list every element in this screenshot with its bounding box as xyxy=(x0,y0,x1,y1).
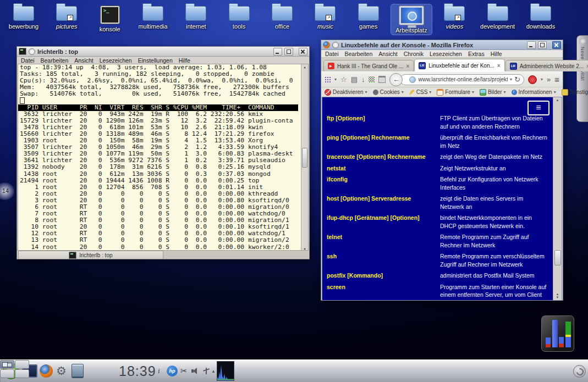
hamburger-menu-icon[interactable]: ≡ xyxy=(554,75,559,84)
maximize-button[interactable] xyxy=(538,41,547,49)
devbar-item[interactable]: CSS ▾ xyxy=(409,89,432,95)
adblock-icon[interactable] xyxy=(528,75,537,84)
virtual-desktop-cell[interactable] xyxy=(15,369,29,378)
menu-item[interactable]: Chronik xyxy=(404,51,424,57)
desktop-icon[interactable]: ↗ development xyxy=(477,4,518,35)
scrollbar-thumb[interactable] xyxy=(302,148,307,168)
command-name[interactable]: telnet xyxy=(327,233,440,249)
scroll-up-icon[interactable]: ▲ xyxy=(304,65,306,69)
overflow-icon[interactable]: » xyxy=(547,76,551,83)
desktop-icon[interactable]: ↗ internet xyxy=(175,4,216,35)
command-name[interactable]: traceroute [Optionen] Rechnername xyxy=(327,153,440,161)
devbar-item[interactable]: Deaktivieren ▾ xyxy=(325,89,367,96)
command-name[interactable]: ping [Optionen] Rechnername xyxy=(327,134,440,150)
command-name[interactable]: ifup-dhcp [Gerätname] [Optionen] xyxy=(327,214,440,230)
system-monitor-graph[interactable] xyxy=(217,361,234,381)
clipboard-icon[interactable]: ▤ xyxy=(351,76,358,83)
page-scrollbar[interactable]: ▲ ▲ ▼ xyxy=(553,97,562,300)
desktop-icon[interactable]: ↗ office xyxy=(262,4,303,35)
minimize-button[interactable] xyxy=(527,41,536,49)
menu-item[interactable]: Einstellungen xyxy=(138,57,173,64)
menu-item[interactable]: Bearbeiten xyxy=(345,51,373,57)
info-icon[interactable]: i xyxy=(158,360,160,382)
clock[interactable]: 18:39 xyxy=(119,360,156,382)
terminal-scrollbar[interactable]: ▲ ▼ xyxy=(301,64,308,251)
menu-item[interactable]: Ansicht xyxy=(74,57,93,64)
apps-grid-icon[interactable] xyxy=(325,76,331,82)
chevron-down-icon[interactable]: ▾ xyxy=(541,77,543,82)
activity-panel-handle[interactable]: Neue Aktivität xyxy=(576,35,588,122)
page-menu-button[interactable]: ≡ xyxy=(527,101,549,115)
tray-expand-icon[interactable]: ▲ xyxy=(211,360,216,382)
menu-item[interactable]: Bearbeiten xyxy=(41,57,69,64)
devbar-item[interactable]: Cookies ▾ xyxy=(373,89,404,95)
command-name[interactable]: postfix [Kommando] xyxy=(327,272,440,280)
panel-cashew-button[interactable] xyxy=(573,365,586,378)
command-name[interactable]: screen xyxy=(327,283,440,301)
menu-item[interactable]: Datei xyxy=(21,57,35,64)
klipper-tray-icon[interactable]: ✂ xyxy=(180,360,188,382)
browser-tab[interactable]: Adminbereich Website 2... × xyxy=(505,60,588,71)
scrollbar-thumb[interactable] xyxy=(554,250,561,265)
command-name[interactable]: ssh xyxy=(327,252,440,268)
virtual-desktop-cell[interactable] xyxy=(15,360,29,369)
command-name[interactable]: host [Optionen] Serveradresse xyxy=(327,195,440,211)
desktop-icon[interactable]: ↗ downloads xyxy=(520,4,561,35)
hp-tray-icon[interactable]: hp xyxy=(167,360,178,382)
desktop-icon[interactable]: ↗ games xyxy=(348,4,389,35)
command-name[interactable]: ftp [Optionen] xyxy=(327,114,440,130)
volume-tray-icon[interactable] xyxy=(191,360,199,382)
terminal-output[interactable]: top - 18:39:14 up 4:08, 3 users, load av… xyxy=(18,64,309,252)
konsole-titlebar[interactable]: lrichterlb : top xyxy=(17,47,309,57)
url-text[interactable]: www.larsrichter-online.de/lars/projekte/… xyxy=(418,76,508,82)
devbar-item[interactable]: Sonstiges ▾ xyxy=(562,89,588,96)
url-dropdown-icon[interactable]: ▾ xyxy=(510,77,512,82)
filemanager-launcher[interactable] xyxy=(72,360,84,382)
desktop-icon[interactable]: ↗ konsole xyxy=(90,4,130,35)
virtual-desktop-cell[interactable] xyxy=(0,369,14,378)
url-bar[interactable]: www.larsrichter-online.de/lars/projekte/… xyxy=(400,74,524,85)
chevron-down-icon[interactable]: ▾ xyxy=(334,77,337,82)
menu-item[interactable]: Hilfe xyxy=(491,51,502,57)
devbar-item[interactable]: Informationen ▾ xyxy=(512,89,556,95)
menu-item[interactable]: Hilfe xyxy=(179,57,190,64)
desktop-icon[interactable]: ↗ Arbeitsplatz xyxy=(391,4,432,35)
menu-item[interactable]: Extras xyxy=(468,51,485,57)
reload-icon[interactable]: ↻ xyxy=(514,76,520,83)
virtual-desktop-cell[interactable] xyxy=(0,360,14,369)
tab-close-icon[interactable]: × xyxy=(497,63,501,69)
close-button[interactable] xyxy=(552,41,561,49)
sticky-button[interactable] xyxy=(332,42,339,48)
maximize-button[interactable] xyxy=(284,48,293,56)
back-button[interactable]: ← xyxy=(389,73,403,86)
menu-item[interactable]: Lesezeichen xyxy=(100,57,132,64)
desktop-icon[interactable]: ↗ videos xyxy=(434,4,475,35)
sticky-button[interactable] xyxy=(29,48,35,55)
usb-tray-icon[interactable] xyxy=(202,360,210,382)
desktop-icon[interactable]: ↗ multimedia xyxy=(133,4,173,35)
firefox-titlebar[interactable]: Linuxbefehle auf der Konsole - Mozilla F… xyxy=(321,40,563,50)
system-load-widget[interactable] xyxy=(541,315,574,352)
firefox-launcher[interactable] xyxy=(40,360,53,382)
menu-item[interactable]: Lesezeichen xyxy=(430,51,462,57)
addons-grid-icon[interactable] xyxy=(369,76,375,82)
browser-tab[interactable]: Linuxbefehle auf der Kon... × xyxy=(414,59,504,71)
downloads-icon[interactable]: ↓ xyxy=(361,76,365,83)
menu-item[interactable]: Ansicht xyxy=(378,51,397,57)
devbar-item[interactable]: Bilder ▾ xyxy=(480,89,506,96)
minimize-button[interactable] xyxy=(273,48,282,56)
command-name[interactable]: ifconfig xyxy=(327,175,440,191)
browser-tab[interactable]: Hank III - The Grand Ole ... × xyxy=(323,60,414,71)
settings-launcher[interactable]: ⚙ xyxy=(56,360,67,382)
command-name[interactable]: netstat xyxy=(327,164,440,173)
devbar-item[interactable]: Formulare ▾ xyxy=(437,89,474,96)
desktop-icon[interactable]: ↗ music xyxy=(305,4,345,35)
tab-close-icon[interactable]: × xyxy=(406,63,409,69)
desktop-icon[interactable]: ↗ bewerbung xyxy=(3,4,44,35)
desktop-icon[interactable]: ↗ tools xyxy=(219,4,260,35)
window-icon[interactable] xyxy=(378,76,386,83)
desktop-icon[interactable]: ↗ pictures xyxy=(46,4,87,35)
bookmark-star-icon[interactable]: ☆ xyxy=(340,76,347,83)
scroll-up-icon[interactable]: ▲ xyxy=(556,98,559,102)
menu-item[interactable]: Datei xyxy=(325,51,339,57)
